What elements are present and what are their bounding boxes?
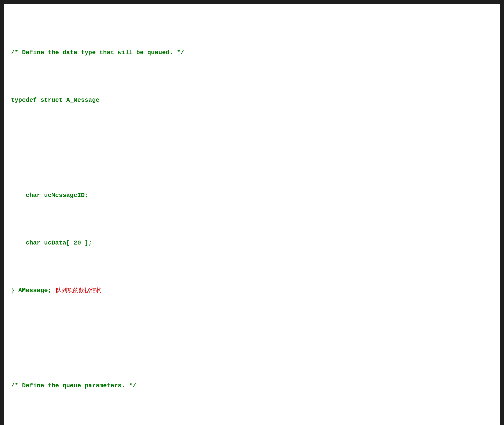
annotation-queue-item: 队列项的数据结构: [56, 286, 101, 295]
code-line: /* Define the queue parameters. */: [11, 381, 493, 390]
code-line: } AMessage; 队列项的数据结构: [11, 286, 493, 295]
code-comment: /* Define the queue parameters. */: [11, 381, 136, 390]
empty-line: [11, 333, 493, 343]
code-line: char ucMessageID;: [11, 191, 493, 200]
code-text: char ucMessageID;: [11, 191, 88, 200]
code-text: char ucData[ 20 ];: [11, 238, 92, 248]
code-line: typedef struct A_Message: [11, 95, 493, 105]
code-text: } AMessage;: [11, 286, 52, 295]
code-line: /* Define the data type that will be que…: [11, 48, 493, 57]
code-block: /* Define the data type that will be que…: [11, 10, 493, 425]
empty-line: [11, 143, 493, 153]
code-line: char ucData[ 20 ];: [11, 238, 493, 248]
code-container: /* Define the data type that will be que…: [4, 4, 500, 425]
code-text: typedef struct A_Message: [11, 95, 99, 105]
code-comment: /* Define the data type that will be que…: [11, 48, 184, 57]
